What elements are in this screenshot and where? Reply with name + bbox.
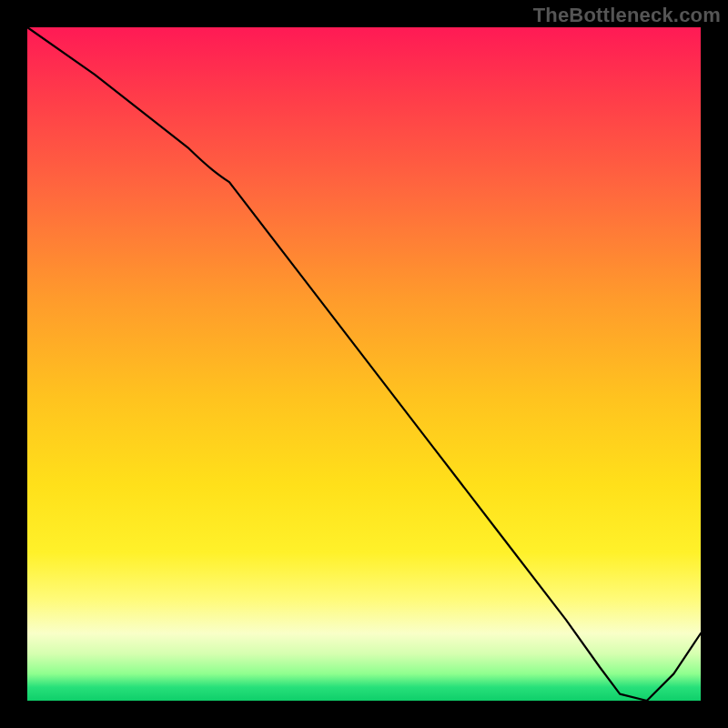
chart-frame <box>27 27 701 701</box>
watermark-text: TheBottleneck.com <box>533 4 721 27</box>
bottleneck-curve <box>27 27 701 701</box>
plot-area <box>27 27 701 701</box>
